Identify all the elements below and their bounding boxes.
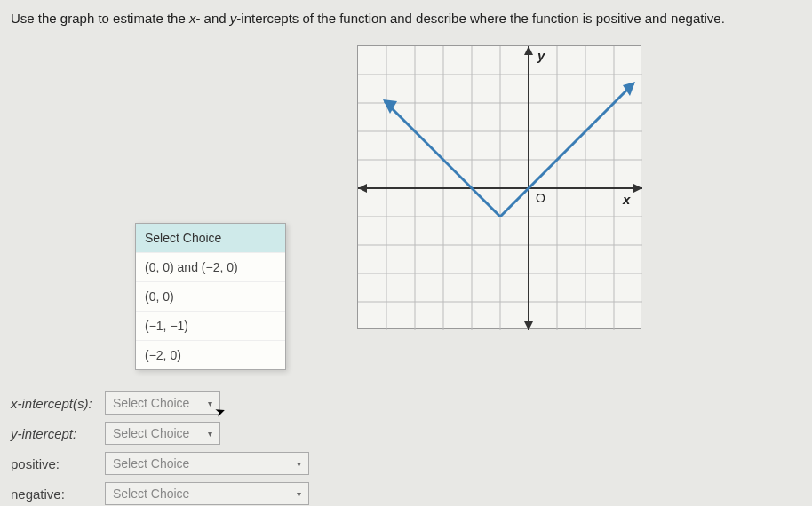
chevron-down-icon: ▾ bbox=[208, 429, 212, 439]
y-intercept-select[interactable]: Select Choice ▾ bbox=[105, 422, 220, 445]
negative-placeholder: Select Choice bbox=[113, 486, 189, 501]
negative-label: negative: bbox=[11, 486, 100, 502]
question-text: Use the graph to estimate the x- and y-i… bbox=[11, 9, 801, 28]
x-intercept-select[interactable]: Select Choice ▾ bbox=[105, 391, 220, 415]
chevron-down-icon: ▾ bbox=[208, 399, 212, 408]
dropdown-option-4[interactable]: (−2, 0) bbox=[136, 341, 285, 369]
graph: y x O bbox=[357, 45, 641, 329]
y-intercept-label: y-intercept: bbox=[11, 426, 100, 441]
chevron-down-icon: ▾ bbox=[297, 459, 301, 469]
x-intercept-placeholder: Select Choice bbox=[113, 396, 189, 410]
x-intercept-label: x-intercept(s): bbox=[11, 396, 100, 411]
svg-marker-22 bbox=[524, 46, 533, 55]
dropdown-option-2[interactable]: (0, 0) bbox=[136, 282, 285, 312]
dropdown-header[interactable]: Select Choice bbox=[136, 224, 285, 253]
positive-row: positive: Select Choice ▾ bbox=[11, 452, 309, 475]
svg-line-25 bbox=[385, 101, 500, 217]
origin-label: O bbox=[536, 191, 545, 205]
svg-marker-23 bbox=[524, 321, 533, 330]
dropdown-menu[interactable]: Select Choice (0, 0) and (−2, 0) (0, 0) … bbox=[135, 223, 286, 370]
question-suffix: -intercepts of the function and describe… bbox=[236, 11, 725, 26]
positive-placeholder: Select Choice bbox=[113, 456, 189, 470]
svg-marker-21 bbox=[358, 184, 367, 193]
y-intercept-row: y-intercept: Select Choice ▾ bbox=[11, 422, 309, 445]
positive-label: positive: bbox=[11, 456, 100, 471]
negative-row: negative: Select Choice ▾ bbox=[11, 482, 309, 505]
svg-marker-20 bbox=[633, 184, 642, 193]
y-intercept-placeholder: Select Choice bbox=[113, 426, 189, 440]
dropdown-option-3[interactable]: (−1, −1) bbox=[136, 312, 285, 341]
question-mid1: - and bbox=[195, 11, 229, 26]
dropdown-option-1[interactable]: (0, 0) and (−2, 0) bbox=[136, 253, 285, 282]
question-prefix: Use the graph to estimate the bbox=[11, 11, 189, 26]
x-axis-label: x bbox=[622, 192, 631, 207]
positive-select[interactable]: Select Choice ▾ bbox=[105, 452, 309, 475]
x-intercept-row: x-intercept(s): Select Choice ▾ bbox=[11, 391, 309, 415]
chevron-down-icon: ▾ bbox=[297, 489, 301, 499]
y-axis-label: y bbox=[537, 48, 545, 63]
negative-select[interactable]: Select Choice ▾ bbox=[105, 482, 309, 505]
